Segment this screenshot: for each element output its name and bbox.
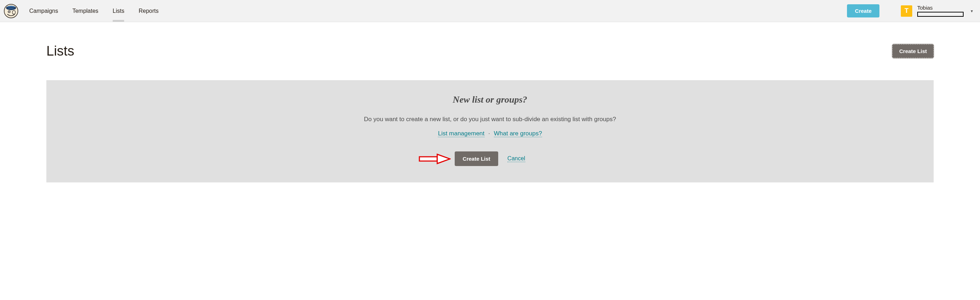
- svg-marker-8: [437, 154, 450, 163]
- link-what-are-groups[interactable]: What are groups?: [494, 130, 542, 137]
- nav-lists[interactable]: Lists: [113, 2, 124, 21]
- svg-rect-7: [419, 157, 437, 161]
- svg-rect-3: [6, 7, 16, 8]
- nav-reports[interactable]: Reports: [139, 2, 159, 21]
- panel-heading: New list or groups?: [60, 94, 920, 105]
- mailchimp-logo-icon[interactable]: [3, 3, 19, 19]
- cancel-link[interactable]: Cancel: [508, 156, 525, 162]
- create-button[interactable]: Create: [847, 4, 880, 17]
- create-list-button[interactable]: Create List: [455, 151, 498, 166]
- page-header: Lists Create List: [46, 43, 934, 59]
- svg-point-6: [13, 10, 16, 14]
- nav-links: Campaigns Templates Lists Reports: [29, 2, 159, 21]
- panel-question: Do you want to create a new list, or do …: [60, 116, 920, 123]
- panel-actions: Create List Cancel: [60, 151, 920, 166]
- account-name: Tobias: [917, 5, 964, 11]
- separator: ·: [488, 130, 490, 137]
- svg-point-5: [8, 11, 10, 12]
- main: Lists Create List New list or groups? Do…: [0, 22, 980, 197]
- top-nav: Campaigns Templates Lists Reports Create…: [0, 0, 980, 22]
- account-sub-redacted: [917, 12, 964, 17]
- account-text: Tobias: [917, 5, 964, 17]
- nav-templates[interactable]: Templates: [72, 2, 99, 21]
- account-menu[interactable]: T Tobias ▾: [901, 5, 973, 17]
- avatar: T: [901, 5, 912, 17]
- chevron-down-icon: ▾: [971, 8, 973, 14]
- panel-links: List management · What are groups?: [60, 130, 920, 137]
- nav-campaigns[interactable]: Campaigns: [29, 2, 58, 21]
- page-title: Lists: [46, 43, 74, 59]
- create-list-button-top[interactable]: Create List: [892, 44, 934, 58]
- new-list-panel: New list or groups? Do you want to creat…: [46, 80, 934, 183]
- link-list-management[interactable]: List management: [438, 130, 484, 137]
- annotation-arrow-icon: [419, 153, 451, 165]
